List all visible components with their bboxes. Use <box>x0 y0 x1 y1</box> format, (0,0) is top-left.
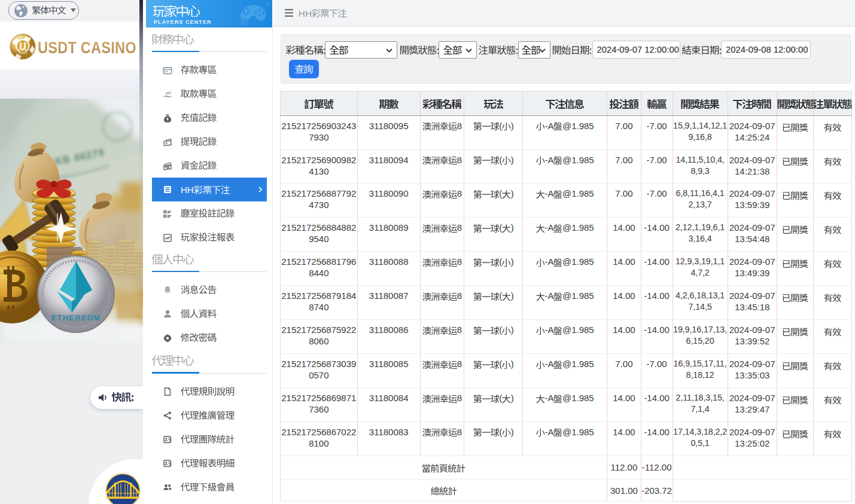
svg-text:ETHEREUM: ETHEREUM <box>51 313 101 322</box>
svg-text:CASINO: CASINO <box>19 51 27 54</box>
